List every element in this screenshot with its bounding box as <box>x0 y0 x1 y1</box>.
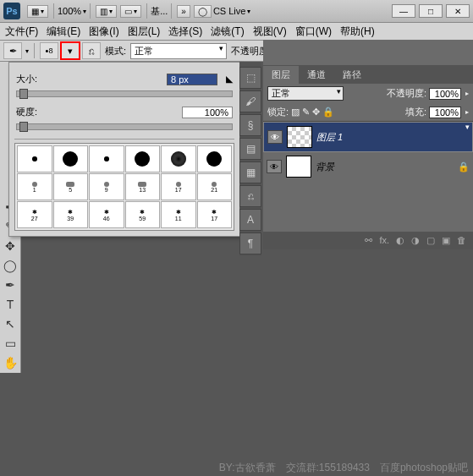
brush-swatch[interactable]: ✱39 <box>53 201 89 228</box>
menu-image[interactable]: 图像(I) <box>89 25 118 39</box>
blend-mode[interactable]: 正常 <box>130 43 227 59</box>
group-icon[interactable]: ▢ <box>426 235 435 246</box>
layer-name[interactable]: 图层 1 <box>316 131 343 144</box>
tab-channels[interactable]: 通道 <box>299 66 334 84</box>
min-btn[interactable]: — <box>392 4 415 18</box>
layer-row[interactable]: 👁 背景 🔒 <box>263 152 473 181</box>
lock-pos[interactable]: ✥ <box>312 107 320 118</box>
brush-swatch[interactable]: ✱46 <box>89 201 124 228</box>
brush-swatch[interactable] <box>125 145 161 172</box>
brush-swatch[interactable]: 17 <box>161 173 196 200</box>
doc-title[interactable]: 基... <box>151 5 168 18</box>
tool-lasso[interactable]: ◯ <box>1 256 19 275</box>
hardness-value[interactable]: 100% <box>182 107 233 118</box>
brush-size-ico[interactable]: •8 <box>40 42 58 59</box>
size-slider[interactable] <box>16 90 233 97</box>
screen-mode[interactable]: ▭▾ <box>120 5 141 18</box>
brush-picker[interactable]: ▾ <box>60 41 80 60</box>
collapsed-panels: ⬚ 🖌 § ▤ ▦ ⎌ A ¶ <box>239 62 261 256</box>
max-btn[interactable]: □ <box>419 4 443 18</box>
layer-thumb[interactable] <box>287 126 312 148</box>
panel-icon[interactable]: A <box>239 209 261 231</box>
menu-window[interactable]: 窗口(W) <box>295 25 332 39</box>
tab-layers[interactable]: 图层 <box>263 66 299 84</box>
brush-swatch[interactable]: 13 <box>125 173 161 200</box>
panel-icon[interactable]: ▤ <box>239 138 261 160</box>
close-btn[interactable]: ✕ <box>446 4 470 18</box>
panel-icon[interactable]: ¶ <box>239 233 261 254</box>
brush-panel-toggle[interactable]: ⎌ <box>82 42 101 59</box>
brush-swatch[interactable] <box>53 145 89 172</box>
lock-trans[interactable]: ▨ <box>291 107 300 118</box>
mask-icon[interactable]: ◐ <box>396 235 404 246</box>
layer-opac-label: 不透明度: <box>387 87 426 100</box>
hardness-label: 硬度: <box>16 106 37 118</box>
fill-label: 填充: <box>405 106 426 118</box>
cslive-icon[interactable]: ◯ <box>194 5 212 18</box>
brush-swatch[interactable]: 1 <box>17 173 52 200</box>
menu-layer[interactable]: 图层(L) <box>128 25 161 39</box>
layer-name[interactable]: 背景 <box>316 161 334 173</box>
adjust-icon[interactable]: ◑ <box>411 235 420 246</box>
panel-icon[interactable]: ⎌ <box>239 185 261 207</box>
arrange-btn[interactable]: » <box>177 5 190 18</box>
brush-swatch[interactable] <box>197 145 233 172</box>
ps-logo: Ps <box>3 3 20 19</box>
panel-icon[interactable]: ▦ <box>239 161 261 183</box>
tool-shape[interactable]: ▭ <box>1 334 19 353</box>
layer-row[interactable]: 👁 图层 1 <box>263 122 473 152</box>
menu-help[interactable]: 帮助(H) <box>340 25 375 39</box>
mode-label: 模式: <box>105 45 126 57</box>
brush-preset-panel: 大小: 8 px ◣ 硬度: 100% 1 5 9 13 17 21 ✱27 <box>8 62 240 237</box>
brush-swatch[interactable] <box>89 145 124 172</box>
fill-value[interactable]: 100% <box>429 107 461 118</box>
tool-preset[interactable]: ✒ <box>3 42 22 59</box>
brush-swatch[interactable]: ✱17 <box>197 201 233 228</box>
menu-filter[interactable]: 滤镜(T) <box>211 25 244 39</box>
menu-select[interactable]: 选择(S) <box>168 25 202 39</box>
lock-icon: 🔒 <box>458 161 470 172</box>
brush-swatch[interactable] <box>161 145 196 172</box>
flyout-icon[interactable]: ◣ <box>226 74 233 85</box>
zoom-value[interactable]: 100% <box>58 6 81 16</box>
bridge-btn[interactable]: ▦▾ <box>27 5 48 18</box>
fx-icon[interactable]: fx. <box>379 235 389 246</box>
layers-panel: 图层 通道 路径 正常 不透明度: 100%▸ 锁定: ▨ ✎ ✥ 🔒 填充: … <box>263 40 473 249</box>
watermark: BY:古欲香萧 交流群:155189433 百度photoshop贴吧 <box>219 461 468 475</box>
size-value[interactable]: 8 px <box>167 74 217 85</box>
tool-path[interactable]: ↖ <box>1 315 19 333</box>
brush-swatch[interactable]: ✱27 <box>17 201 52 228</box>
brush-swatch[interactable]: ✱11 <box>161 201 196 228</box>
tab-paths[interactable]: 路径 <box>334 66 370 84</box>
layer-thumb[interactable] <box>286 156 311 178</box>
brush-swatches: 1 5 9 13 17 21 ✱27 ✱39 ✱46 ✱59 ✱11 ✱17 <box>14 143 234 231</box>
view-extras[interactable]: ▥▾ <box>96 5 117 18</box>
visibility-icon[interactable]: 👁 <box>267 130 283 144</box>
menu-view[interactable]: 视图(V) <box>253 25 287 39</box>
panel-icon[interactable]: ⬚ <box>239 67 261 89</box>
tool-move[interactable]: ✥ <box>1 237 19 255</box>
brush-swatch[interactable] <box>17 145 52 172</box>
menu-edit[interactable]: 编辑(E) <box>47 25 80 39</box>
tool-hand[interactable]: ✋ <box>1 353 19 372</box>
layer-opac[interactable]: 100% <box>429 88 461 100</box>
visibility-icon[interactable]: 👁 <box>267 160 282 173</box>
menu-file[interactable]: 文件(F) <box>5 25 38 39</box>
new-icon[interactable]: ▣ <box>442 235 450 246</box>
link-icon[interactable]: ⚯ <box>365 235 372 246</box>
tool-type[interactable]: T <box>1 295 19 314</box>
lock-pixels[interactable]: ✎ <box>302 107 310 118</box>
panel-icon[interactable]: § <box>239 114 261 136</box>
trash-icon[interactable]: 🗑 <box>457 235 466 246</box>
brush-swatch[interactable]: 5 <box>53 173 89 200</box>
brush-swatch[interactable]: ✱59 <box>125 201 161 228</box>
layer-blend[interactable]: 正常 <box>267 86 344 101</box>
cslive-label[interactable]: CS Live <box>213 6 246 16</box>
brush-swatch[interactable]: 21 <box>197 173 233 200</box>
hardness-slider[interactable] <box>16 123 233 130</box>
tool-pen[interactable]: ✒ <box>1 276 19 294</box>
lock-all[interactable]: 🔒 <box>322 107 334 118</box>
panel-icon[interactable]: 🖌 <box>239 90 261 112</box>
brush-swatch[interactable]: 9 <box>89 173 124 200</box>
size-label: 大小: <box>16 73 37 85</box>
